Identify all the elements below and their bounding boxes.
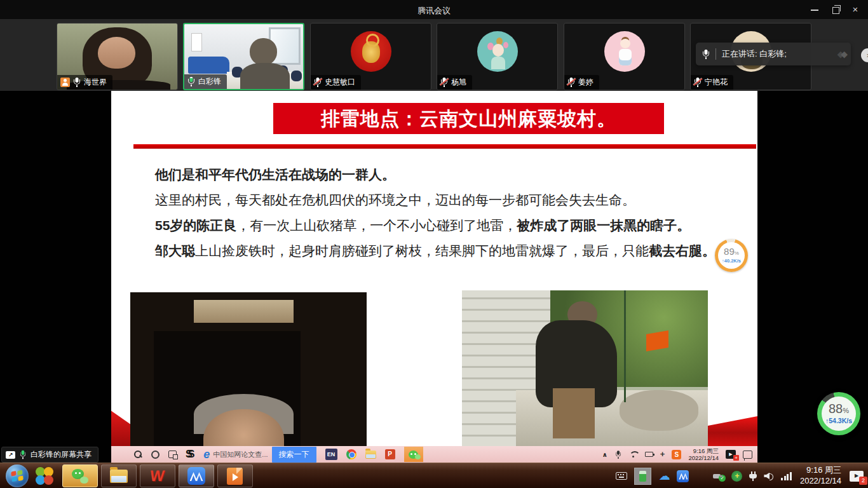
person-face-shape [98, 37, 135, 69]
video-app-button[interactable] [217, 464, 253, 487]
participant-tile-haishijie[interactable]: 海世界 [57, 23, 178, 90]
avatar [604, 31, 645, 72]
folder-icon [110, 470, 128, 483]
mic-muted-icon [314, 78, 322, 87]
participant-name: 白彩锋 [198, 76, 221, 87]
red-ribbon-left [111, 404, 133, 446]
wifi-icon [629, 451, 638, 458]
mic-on-icon [73, 78, 81, 87]
window-titlebar: 腾讯会议 × [0, 0, 868, 19]
speaker-icon[interactable] [764, 472, 774, 480]
chair-shape [291, 71, 302, 81]
network-signal-icon[interactable] [781, 471, 792, 480]
task-view-icon [168, 451, 177, 458]
participant-label: 史慧敏口 [311, 75, 361, 90]
participant-label: 宁艳花 [691, 75, 733, 90]
tencent-meeting-button[interactable] [179, 464, 214, 487]
start-button[interactable] [6, 464, 29, 487]
sogou-app-icon: SS [186, 449, 194, 460]
wechat-taskbar-icon [404, 447, 423, 462]
participant-label: 姜婷 [564, 75, 599, 90]
chevron-up-icon: ∧ [602, 451, 607, 458]
screen-share-text: 白彩锋的屏幕共享 [31, 449, 92, 460]
wechat-icon [72, 469, 88, 484]
mic-muted-icon [440, 78, 448, 87]
tencent-meeting-window: 腾讯会议 × 海世界 [0, 0, 868, 488]
participant-name: 史慧敏口 [325, 77, 355, 88]
window-controls: × [804, 0, 865, 19]
participant-label: 海世界 [57, 75, 112, 90]
person-face-shape [250, 38, 277, 65]
power-plug-icon[interactable] [749, 471, 757, 481]
wps-icon: W [149, 467, 166, 485]
tencent-meeting-tray-icon[interactable] [677, 470, 689, 482]
pole-shape [624, 290, 626, 402]
screen-share-icon: ↗ [6, 451, 15, 459]
participant-tile-shihuimin[interactable]: 史慧敏口 [310, 23, 431, 90]
wechat-taskbar-button[interactable] [62, 464, 98, 487]
antivirus-shield-icon[interactable]: + [731, 471, 742, 482]
ie-icon: e [203, 448, 210, 461]
mic-icon [702, 50, 710, 59]
slide-paragraph: 他们是和平年代仍生活在战场的一群人。 [155, 162, 715, 187]
file-explorer-icon [365, 451, 376, 459]
keyboard-icon[interactable] [616, 472, 627, 480]
participant-name: 宁艳花 [705, 77, 728, 88]
participant-name: 海世界 [84, 77, 107, 88]
search-button: 搜索一下 [272, 447, 316, 463]
taskbar-clock[interactable]: 9:16 周三 2022/12/14 [800, 465, 841, 487]
local-performance-ball[interactable]: 88% ↑54.3K/s [817, 392, 860, 435]
participant-label: 杨旭 [437, 75, 472, 90]
screen-share-banner[interactable]: ↗ 白彩锋的屏幕共享 [1, 447, 98, 463]
windows-start-icon [116, 451, 125, 459]
avatar [477, 31, 518, 72]
presenter-performance-ball: 89% ↑40.2K/s [715, 239, 748, 272]
sogou-input-icon: S [672, 450, 681, 459]
cortana-icon [151, 451, 159, 459]
notification-badge: 2 [859, 477, 867, 485]
powerpoint-icon: P [385, 449, 395, 459]
close-button[interactable]: × [845, 0, 865, 19]
participant-tile-baicaifeng[interactable]: 白彩锋 [183, 23, 304, 90]
chrome-icon [346, 449, 356, 459]
plus-tray-icon: + [660, 451, 665, 458]
rubble-shape [620, 390, 698, 431]
clock-time: 9:16 周三 [800, 465, 841, 476]
participant-tile-jiangting[interactable]: 姜婷 [564, 23, 685, 90]
participant-name: 杨旭 [451, 77, 466, 88]
slide-paragraph: 55岁的陈正良，有一次上山砍猪草，一个不小心碰到了地雷，被炸成了两眼一抹黑的瞎子… [155, 213, 715, 238]
notification-icon[interactable]: ▶2 [850, 471, 864, 482]
minimize-button[interactable] [804, 0, 825, 19]
speaking-toast: 正在讲话: 白彩锋; ◆◆ [696, 43, 851, 65]
speaking-toast-text: 正在讲话: 白彩锋; [722, 48, 787, 60]
meeting-logo-icon: ◆◆ [837, 49, 844, 59]
slide-title-banner: 排雷地点：云南文山州麻粟坡村。 [273, 103, 664, 134]
remote-clock: 9:16 周三 2022/12/14 [688, 447, 719, 462]
weiyun-cloud-icon[interactable]: ☁ [658, 470, 670, 482]
media-app-icon: ▶+ [726, 450, 736, 459]
sogou-pinwheel-icon[interactable] [35, 466, 54, 485]
mic-active-icon [20, 451, 27, 459]
restore-button[interactable] [825, 0, 845, 19]
mic-muted-icon [694, 78, 702, 87]
participant-label: 白彩锋 [184, 74, 227, 89]
language-indicator: EN [325, 449, 337, 460]
door-sign-shape [194, 300, 293, 323]
usb-safe-remove-icon[interactable]: ✓ [713, 471, 724, 480]
slide-photo-right [462, 290, 708, 446]
participant-name: 姜婷 [578, 77, 593, 88]
video-app-icon [227, 468, 243, 485]
stool-shape [553, 388, 595, 438]
mic-active-icon [187, 77, 195, 86]
action-center-icon [743, 451, 752, 459]
red-ribbon-right [708, 416, 757, 446]
usb-device-icon[interactable] [634, 468, 651, 485]
wall-art-shape [191, 33, 202, 51]
remote-taskbar: SS e 中国知网论文查... 搜索一下 EN P ∧ + S 9:16 周三 … [111, 446, 757, 463]
wps-office-button[interactable]: W [140, 464, 175, 487]
participant-tile-yangxu[interactable]: 杨旭 [437, 23, 558, 90]
presenter-upload-rate: ↑40.2K/s [722, 258, 741, 264]
person-body-shape [240, 63, 290, 90]
browser-page-title: 中国知网论文查... [213, 450, 268, 459]
file-explorer-button[interactable] [101, 464, 137, 487]
